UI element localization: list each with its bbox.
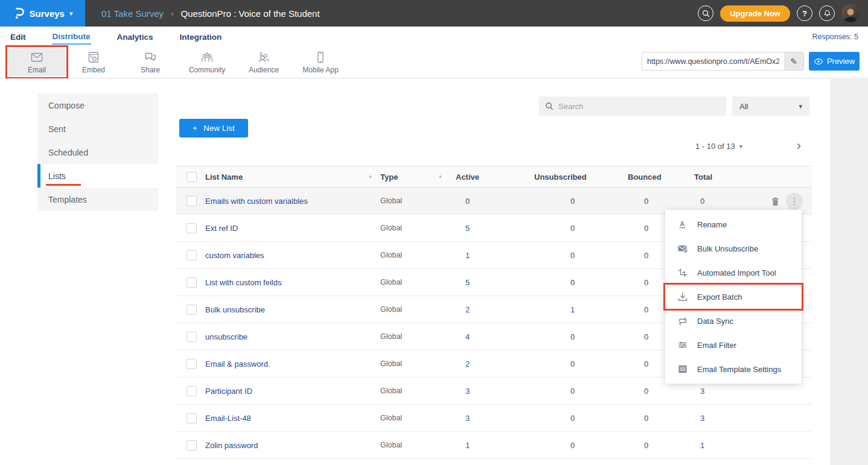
row-checkbox[interactable] (187, 277, 197, 288)
page-range-dropdown[interactable]: 1 - 10 of 13 ▾ (695, 142, 742, 151)
row-checkbox[interactable] (187, 440, 197, 451)
bounced-count[interactable]: 0 (623, 414, 689, 423)
active-count[interactable]: 1 (451, 251, 529, 260)
unsubscribed-count[interactable]: 1 (529, 305, 623, 314)
tab-analytics[interactable]: Analytics (116, 30, 154, 44)
distribute-toolbar: Email Embed Share Community $ Audience M… (0, 46, 868, 78)
search-icon (545, 102, 554, 110)
unsubscribed-count[interactable]: 0 (529, 278, 623, 287)
list-name-link[interactable]: custom variables (205, 251, 378, 260)
sidebar-item-templates[interactable]: Templates (37, 188, 158, 211)
unsubscribed-count[interactable]: 0 (529, 224, 623, 233)
bounced-count[interactable]: 0 (623, 197, 689, 206)
active-count[interactable]: 3 (451, 414, 529, 423)
list-filter-dropdown[interactable]: All ▾ (732, 96, 809, 116)
unsubscribed-count[interactable]: 0 (529, 414, 623, 423)
table-row[interactable]: Zolin password Global 1 0 0 1 ⋮ (176, 432, 812, 459)
select-all-checkbox[interactable] (187, 172, 197, 182)
unsubscribed-count[interactable]: 0 (529, 332, 623, 341)
active-count[interactable]: 3 (451, 387, 529, 396)
toolbar-item-community[interactable]: Community (179, 48, 235, 76)
tab-integration[interactable]: Integration (179, 30, 223, 44)
column-header-type[interactable]: Type ▲▼ (378, 172, 451, 182)
breadcrumb-survey-link[interactable]: 01 Take Survey (101, 8, 164, 19)
unsubscribed-count[interactable]: 0 (529, 441, 623, 450)
sidebar-item-compose[interactable]: Compose (37, 93, 158, 117)
row-checkbox[interactable] (187, 196, 197, 206)
menu-item-data-sync[interactable]: Data Sync (665, 309, 802, 333)
list-name-link[interactable]: Participant ID (205, 387, 378, 396)
tab-edit[interactable]: Edit (10, 30, 27, 44)
row-checkbox[interactable] (187, 359, 197, 369)
row-checkbox[interactable] (187, 332, 197, 342)
active-count[interactable]: 1 (451, 441, 529, 450)
survey-url-input[interactable] (642, 52, 784, 70)
table-row[interactable]: Email-List-48 Global 3 0 0 3 ⋮ (176, 405, 812, 432)
list-name-link[interactable]: unsubscribe (205, 332, 378, 341)
list-name-link[interactable]: Ext ref ID (205, 224, 378, 233)
menu-item-automated-import-tool[interactable]: Automated Import Tool (665, 261, 802, 285)
row-checkbox[interactable] (187, 305, 197, 315)
list-name-link[interactable]: Bulk unsubscribe (205, 305, 378, 314)
sidebar-item-sent[interactable]: Sent (37, 117, 158, 141)
new-list-button[interactable]: + New List (179, 119, 248, 138)
edit-url-button[interactable]: ✎ (784, 52, 803, 70)
list-name-link[interactable]: Zolin password (205, 441, 378, 450)
embed-icon (86, 50, 101, 65)
total-count[interactable]: 3 (689, 414, 812, 423)
unsubscribed-count[interactable]: 0 (529, 387, 623, 396)
active-count[interactable]: 0 (451, 197, 529, 206)
toolbar-item-embed[interactable]: Embed (65, 48, 122, 76)
surveys-menu-button[interactable]: Surveys ▾ (0, 0, 85, 27)
upgrade-now-button[interactable]: Upgrade Now (720, 5, 790, 22)
delete-list-button[interactable] (768, 195, 782, 208)
menu-item-email-filter[interactable]: Email Filter (665, 333, 802, 357)
column-header-list-name[interactable]: List Name ▲▼ (205, 172, 378, 182)
next-page-button[interactable]: › (797, 139, 812, 153)
pencil-icon: ✎ (790, 57, 797, 66)
row-checkbox[interactable] (187, 413, 197, 423)
toolbar-item-share[interactable]: Share (122, 48, 179, 76)
search-button[interactable] (698, 5, 713, 21)
unsubscribed-count[interactable]: 0 (529, 251, 623, 260)
list-name-link[interactable]: Emails with custom varialbles (205, 197, 378, 206)
menu-item-rename[interactable]: A Rename (665, 212, 802, 236)
list-name-link[interactable]: List with custom feilds (205, 278, 378, 287)
preview-button[interactable]: Preview (809, 52, 860, 71)
bounced-count[interactable]: 0 (623, 387, 689, 396)
sidebar-item-lists[interactable]: Lists (37, 164, 158, 188)
row-checkbox[interactable] (187, 386, 197, 396)
active-count[interactable]: 2 (451, 359, 529, 369)
unsubscribed-count[interactable]: 0 (529, 197, 623, 206)
menu-item-bulk-unsubscribe[interactable]: Bulk Unsubscribe (665, 236, 802, 261)
unsubscribed-count[interactable]: 0 (529, 359, 623, 369)
tab-distribute[interactable]: Distribute (52, 29, 91, 45)
toolbar-item-email[interactable]: Email (8, 48, 65, 76)
total-count[interactable]: 3 (689, 387, 812, 396)
toolbar-item-mobile-app[interactable]: Mobile App (292, 48, 349, 76)
row-menu-button[interactable]: ⋮ (786, 193, 803, 210)
sidebar-item-scheduled[interactable]: Scheduled (37, 141, 158, 164)
menu-item-export-batch[interactable]: Export Batch (665, 285, 802, 309)
column-header-total: Total (689, 172, 812, 182)
menu-item-email-template-settings[interactable]: Email Template Settings (665, 357, 802, 381)
share-icon (142, 50, 158, 65)
active-count[interactable]: 5 (451, 278, 529, 287)
bounced-count[interactable]: 0 (623, 441, 689, 450)
notifications-button[interactable] (819, 5, 835, 21)
active-count[interactable]: 4 (451, 332, 529, 341)
list-name-link[interactable]: Email-List-48 (205, 414, 378, 423)
active-count[interactable]: 2 (451, 305, 529, 314)
help-button[interactable]: ? (797, 5, 812, 21)
total-count[interactable]: 1 (689, 441, 812, 450)
list-type: Global (378, 441, 451, 449)
toolbar-item-audience[interactable]: $ Audience (235, 48, 292, 76)
toolbar-item-label: Mobile App (302, 66, 338, 74)
export-batch-icon (677, 291, 688, 302)
user-avatar[interactable] (841, 4, 860, 22)
active-count[interactable]: 5 (451, 224, 529, 233)
row-checkbox[interactable] (187, 250, 197, 261)
search-input[interactable] (558, 102, 720, 111)
row-checkbox[interactable] (187, 223, 197, 233)
list-name-link[interactable]: Email & password. (205, 359, 378, 369)
